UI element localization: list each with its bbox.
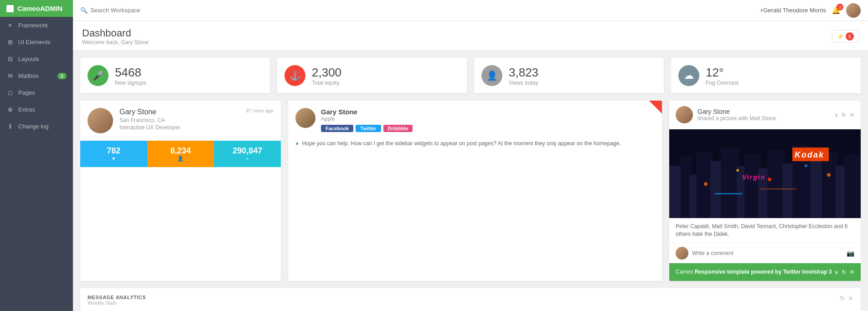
user-stat-likes[interactable]: 782 ♥ <box>80 141 147 167</box>
extras-icon: ⊕ <box>6 106 14 113</box>
social-close-button[interactable]: ✕ <box>849 112 854 118</box>
ticket-body: ● Hope you can help. How can I get the s… <box>288 139 662 155</box>
stat-info-equity: 2,300 Total equity <box>312 66 341 86</box>
user-card: Gary Stone San Francisco, CA Interactive… <box>80 101 281 281</box>
logo-icon <box>6 5 14 12</box>
user-stat-plus[interactable]: 290,847 + <box>214 141 281 167</box>
pages-icon: ◻ <box>6 89 14 96</box>
user-location: San Francisco, CA <box>119 117 180 123</box>
user-info: Gary Stone San Francisco, CA Interactive… <box>119 108 180 131</box>
tag-twitter[interactable]: Twitter <box>356 125 381 132</box>
chart-area <box>80 309 861 311</box>
stat-label-signups: New signups <box>115 80 146 86</box>
svg-rect-25 <box>760 189 797 189</box>
sidebar-item-pages[interactable]: ◻ Pages <box>0 84 73 101</box>
stat-info-signups: 5468 New signups <box>115 66 146 86</box>
sidebar-item-framework[interactable]: ≡ Framework <box>0 17 73 34</box>
svg-point-19 <box>704 182 708 186</box>
dashboard-subtitle: Welcome back, Gary Stone <box>82 39 149 46</box>
sidebar-item-mailbox[interactable]: ✉ Mailbox 8 <box>0 67 73 84</box>
social-comment: 📷 <box>669 243 861 263</box>
main-area: 🔍 +Gerald Theodore Morris 🔔 3 Dashboard … <box>73 0 868 311</box>
header: 🔍 +Gerald Theodore Morris 🔔 3 <box>73 0 868 21</box>
header-right: +Gerald Theodore Morris 🔔 3 <box>760 3 861 18</box>
chart-controls: ↻ ✕ <box>840 295 853 302</box>
comment-camera-button[interactable]: 📷 <box>847 250 854 257</box>
stat-value-weather: 12° <box>706 66 739 80</box>
sidebar-label-layouts: Layouts <box>18 56 39 62</box>
ticket-avatar <box>295 108 315 128</box>
svg-rect-24 <box>715 193 742 194</box>
sidebar-item-layouts[interactable]: ⊟ Layouts <box>0 51 73 67</box>
ticket-dot: ● <box>295 140 299 147</box>
user-name: Gary Stone <box>119 108 180 116</box>
chart-refresh-button[interactable]: ↻ <box>840 295 845 302</box>
ticket-user-name: Gary Stone <box>321 108 413 116</box>
stat-icon-views: 👤 <box>481 65 502 86</box>
stat-cards: 🎤 5468 New signups ⚓ 2,300 Total equity … <box>73 51 868 101</box>
chart-title: MESSAGE ANALYTICS <box>88 295 146 300</box>
notification-badge: 3 <box>837 4 843 10</box>
sidebar-logo[interactable]: CameoADMIN <box>0 0 73 17</box>
header-username: +Gerald Theodore Morris <box>760 7 826 14</box>
user-stat-followers[interactable]: 8,234 👤 <box>147 141 214 167</box>
ticket-info: Gary Stone Apple Facebook Twitter Dribbb… <box>321 108 413 132</box>
svg-point-23 <box>827 173 831 177</box>
stat-info-weather: 12° Fog Overcast <box>706 66 739 86</box>
user-time: 87 mins ago <box>246 108 274 113</box>
social-image: Kodak Virgin <box>669 129 861 218</box>
stat-label-equity: Total equity <box>312 80 341 86</box>
svg-point-21 <box>768 178 771 181</box>
middle-row: Gary Stone San Francisco, CA Interactive… <box>73 101 868 288</box>
flash-button[interactable]: ⚡ 6 <box>832 30 859 43</box>
tag-facebook[interactable]: Facebook <box>321 125 353 132</box>
social-footer-text: Cameo Responsive template powered by Twi… <box>676 269 832 275</box>
social-refresh-button[interactable]: ↻ <box>842 112 847 118</box>
sidebar-label-ui-elements: UI Elements <box>18 39 51 46</box>
tag-dribbble[interactable]: Dribbble <box>383 125 413 132</box>
social-action: shared a picture with Matt Stone. <box>698 115 830 122</box>
user-avatar <box>88 108 113 133</box>
footer-minimize-button[interactable]: ∨ <box>834 269 839 275</box>
svg-text:Virgin: Virgin <box>742 173 765 181</box>
sidebar-item-extras[interactable]: ⊕ Extras <box>0 101 73 118</box>
svg-rect-10 <box>767 150 785 218</box>
comment-input[interactable] <box>692 250 843 256</box>
social-card-header: Gary Stone shared a picture with Matt St… <box>669 101 861 129</box>
stat-card-views: 👤 3,823 Views today <box>474 58 664 93</box>
sidebar-label-framework: Framework <box>18 22 48 29</box>
stat-info-views: 3,823 Views today <box>509 66 538 86</box>
stat-icon-weather: ☁ <box>678 65 699 86</box>
notification-button[interactable]: 🔔 3 <box>832 6 841 15</box>
ticket-company: Apple <box>321 116 413 122</box>
footer-refresh-button[interactable]: ↻ <box>842 269 847 275</box>
svg-point-22 <box>805 164 807 167</box>
layouts-icon: ⊟ <box>6 56 14 62</box>
sidebar-label-extras: Extras <box>18 106 35 113</box>
stat-card-equity: ⚓ 2,300 Total equity <box>277 58 467 93</box>
mailbox-badge: 8 <box>57 73 67 79</box>
sidebar-label-pages: Pages <box>18 89 35 96</box>
social-user-name: Gary Stone <box>698 108 830 115</box>
footer-close-button[interactable]: ✕ <box>849 269 854 275</box>
sidebar-item-ui-elements[interactable]: ⊞ UI Elements <box>0 34 73 51</box>
svg-rect-16 <box>845 154 861 218</box>
sidebar-item-changelog[interactable]: ℹ Change log <box>0 118 73 135</box>
user-stat-plus-icon: + <box>246 156 248 161</box>
social-user-info: Gary Stone shared a picture with Matt St… <box>698 108 830 122</box>
sidebar: CameoADMIN ≡ Framework ⊞ UI Elements ⊟ L… <box>0 0 73 311</box>
stat-icon-equity: ⚓ <box>284 65 305 86</box>
dashboard-header: Dashboard Welcome back, Gary Stone ⚡ 6 <box>73 21 868 51</box>
user-avatar-header[interactable] <box>846 3 861 18</box>
search-box: 🔍 <box>80 7 755 14</box>
app-name: CameoADMIN <box>17 5 62 12</box>
search-input[interactable] <box>90 7 181 14</box>
social-minimize-button[interactable]: ∨ <box>834 112 839 118</box>
search-icon: 🔍 <box>80 7 88 14</box>
user-stat-followers-icon: 👤 <box>177 156 184 162</box>
ui-elements-icon: ⊞ <box>6 39 14 46</box>
chart-title-group: MESSAGE ANALYTICS Weekly Stats <box>88 295 146 306</box>
chart-close-button[interactable]: ✕ <box>848 295 853 302</box>
flash-badge: 6 <box>846 32 854 41</box>
social-card: Gary Stone shared a picture with Matt St… <box>669 101 861 281</box>
